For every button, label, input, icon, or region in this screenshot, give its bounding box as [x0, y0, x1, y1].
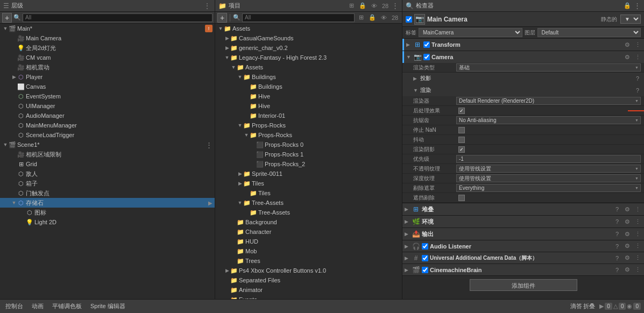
- project-lock-btn[interactable]: 🔒: [358, 1, 367, 11]
- arrow-legacy[interactable]: ▼: [224, 54, 230, 61]
- project-item-pr1[interactable]: ▶ ⬛ Props-Rocks 1: [215, 150, 402, 159]
- tag-value-select[interactable]: MainCamera: [419, 28, 522, 37]
- arrow-procks2[interactable]: ▼: [243, 132, 250, 138]
- expand-arrow-main[interactable]: ▼: [2, 25, 9, 32]
- hierarchy-item-camarea[interactable]: ▶ 🎥 相机区域限制: [0, 150, 215, 159]
- tab-console[interactable]: 控制台: [3, 301, 25, 311]
- audio-settings-btn[interactable]: ⚙: [623, 242, 632, 251]
- project-add-btn[interactable]: +: [217, 13, 227, 23]
- env-help-btn[interactable]: ?: [613, 217, 621, 226]
- project-item-trees[interactable]: ▶ 📁 Trees: [215, 256, 402, 266]
- audio-menu-btn[interactable]: ⋮: [633, 242, 642, 251]
- stacking-help-btn[interactable]: ?: [613, 205, 621, 214]
- transform-check[interactable]: [423, 41, 430, 48]
- arrow-assets[interactable]: ▼: [217, 25, 224, 32]
- camera-comp-header[interactable]: ▼ 📷 Camera ⚙ ⋮: [402, 51, 644, 63]
- project-item-casual[interactable]: ▶ 📁 CasualGameSounds: [215, 33, 402, 43]
- stopnan-checkbox[interactable]: [458, 127, 465, 133]
- universal-settings-btn[interactable]: ⚙: [623, 254, 632, 262]
- hierarchy-menu-btn[interactable]: ⋮: [203, 2, 211, 10]
- project-item-hud[interactable]: ▶ 📁 HUD: [215, 237, 402, 246]
- hierarchy-search-input[interactable]: [23, 13, 213, 22]
- add-component-btn[interactable]: 添加组件: [470, 279, 577, 291]
- hierarchy-item-light2d2[interactable]: ▶ 💡 Light 2D: [0, 217, 215, 227]
- hierarchy-item-main[interactable]: ▼ 🎬 Main* !: [0, 24, 215, 33]
- project-item-buildings[interactable]: ▼ 📁 Buildings: [215, 72, 402, 82]
- cinemachine-menu-btn[interactable]: ⋮: [633, 266, 642, 274]
- arrow-assets2[interactable]: ▼: [230, 64, 237, 70]
- project-item-treeassets2[interactable]: ▶ 📁 Tree-Assets: [215, 208, 402, 217]
- output-menu-btn[interactable]: ⋮: [633, 230, 642, 238]
- hierarchy-item-grid[interactable]: ▶ ⊞ Grid: [0, 159, 215, 169]
- arrow-casual[interactable]: ▶: [224, 35, 230, 41]
- camera-menu-btn[interactable]: ⋮: [633, 53, 642, 61]
- camera-settings-btn[interactable]: ⚙: [623, 53, 632, 61]
- audio-help-btn[interactable]: ?: [613, 242, 621, 251]
- prop-val-rendertype[interactable]: 基础: [456, 63, 641, 72]
- hierarchy-item-cmvcam[interactable]: ▶ 🎥 CM vcam: [0, 53, 215, 62]
- project-item-hive1[interactable]: ▶ 📁 Hive: [215, 91, 402, 101]
- expand-arrow-saverock[interactable]: ▼: [11, 200, 17, 206]
- hierarchy-item-scene1[interactable]: ▼ 🎬 Scene1* ⋮: [0, 140, 215, 150]
- project-item-background[interactable]: ▶ 📁 Background: [215, 217, 402, 227]
- env-settings-btn[interactable]: ⚙: [623, 217, 632, 226]
- hierarchy-item-audiomanager[interactable]: ▶ ⬡ AudioManager: [0, 111, 215, 120]
- project-item-tiles1[interactable]: ▶ 📁 Tiles: [215, 179, 402, 188]
- project-item-mob[interactable]: ▶ 📁 Mob: [215, 246, 402, 256]
- arrow-sprite0011[interactable]: ▶: [237, 170, 243, 177]
- project-item-animator[interactable]: ▶ 📁 Animator: [215, 285, 402, 295]
- project-item-separated[interactable]: ▶ 📁 Separated Files: [215, 275, 402, 285]
- cinemachine-check[interactable]: [422, 267, 428, 273]
- hierarchy-item-maincamera[interactable]: ▶ 🎥 Main Camera: [0, 33, 215, 43]
- universal-menu-btn[interactable]: ⋮: [633, 254, 642, 262]
- hierarchy-item-eventsystem[interactable]: ▶ ⬡ EventSystem: [0, 91, 215, 101]
- expand-arrow-scene1[interactable]: ▼: [2, 141, 9, 148]
- env-header[interactable]: ▶ 🌿 环境 ? ⚙ ⋮: [402, 216, 644, 227]
- transform-settings-btn[interactable]: ⚙: [623, 40, 632, 49]
- static-dropdown[interactable]: ▼: [620, 15, 641, 24]
- prop-val-priority[interactable]: -1: [456, 155, 641, 163]
- project-item-pr2[interactable]: ▶ ⬛ Props-Rocks_2: [215, 159, 402, 169]
- project-search-input[interactable]: [242, 13, 355, 22]
- hierarchy-item-gate[interactable]: ▶ ⬡ 门触发点: [0, 188, 215, 198]
- camera-check[interactable]: [423, 54, 430, 60]
- hierarchy-item-icon[interactable]: ▶ ⬡ 图标: [0, 208, 215, 217]
- project-item-generic[interactable]: ▶ 📁 generic_char_v0.2: [215, 43, 402, 53]
- hierarchy-item-enemy[interactable]: ▶ ⬡ 敌人: [0, 169, 215, 179]
- hierarchy-item-mainmenu[interactable]: ▶ ⬡ MainMenuManager: [0, 120, 215, 130]
- stacking-settings-btn[interactable]: ⚙: [623, 205, 632, 214]
- hierarchy-item-light2d[interactable]: ▶ 💡 全局2d灯光: [0, 43, 215, 53]
- cinemachine-help-btn[interactable]: ?: [613, 266, 621, 274]
- proj-help-btn[interactable]: ?: [633, 74, 642, 83]
- rendershadow-checkbox[interactable]: ✓: [458, 146, 465, 153]
- inspector-menu-btn[interactable]: ⋮: [634, 2, 641, 10]
- prop-val-renderer[interactable]: Default Renderer (Renderer2D): [456, 97, 641, 105]
- universal-check[interactable]: [422, 255, 428, 261]
- project-item-buildings2[interactable]: ▶ 📁 Buildings: [215, 82, 402, 91]
- universal-camera-header[interactable]: ▶ # Universal Additional Camera Data（脚本）…: [402, 252, 644, 264]
- project-toolbar-icon2[interactable]: 🔒: [367, 13, 377, 23]
- inspector-lock-btn[interactable]: 🔒: [622, 1, 632, 11]
- tab-animation[interactable]: 动画: [30, 301, 46, 311]
- audio-listener-header[interactable]: ▶ 🎧 Audio Listener ? ⚙ ⋮: [402, 240, 644, 252]
- render-section-header[interactable]: ▼ 渲染 ?: [402, 84, 644, 96]
- project-item-events[interactable]: ▶ 📁 Events: [215, 295, 402, 299]
- transform-menu-btn[interactable]: ⋮: [633, 40, 642, 49]
- hierarchy-item-box[interactable]: ▶ ⬡ 箱子: [0, 179, 215, 188]
- prop-val-culling[interactable]: Everything: [456, 184, 641, 192]
- output-help-btn[interactable]: ?: [613, 230, 621, 238]
- transform-header[interactable]: ▶ ⊞ Transform ⚙ ⋮: [402, 39, 644, 51]
- project-item-assets[interactable]: ▼ 📁 Assets: [215, 24, 402, 33]
- project-grid-btn[interactable]: ⊞: [346, 1, 356, 11]
- project-item-hive2[interactable]: ▶ 📁 Hive: [215, 101, 402, 111]
- project-item-legacy[interactable]: ▼ 📁 Legacy-Fantasy - High Forest 2.3: [215, 53, 402, 62]
- output-header[interactable]: ▶ 📤 输出 ? ⚙ ⋮: [402, 228, 644, 240]
- project-item-tiles2[interactable]: ▶ 📁 Tiles: [215, 188, 402, 198]
- tab-sprite-editor[interactable]: Sprite 编辑器: [88, 301, 128, 311]
- project-item-assets2[interactable]: ▼ 📁 Assets: [215, 62, 402, 72]
- prop-val-opaque[interactable]: 使用管线设置: [456, 165, 641, 173]
- arrow-tiles1[interactable]: ▶: [237, 180, 243, 187]
- prop-val-antialiasing[interactable]: No Anti-aliasing: [456, 116, 641, 124]
- hierarchy-item-sceneload[interactable]: ▶ ⬡ SceneLoadTrigger: [0, 130, 215, 140]
- arrow-buildings[interactable]: ▼: [237, 74, 243, 80]
